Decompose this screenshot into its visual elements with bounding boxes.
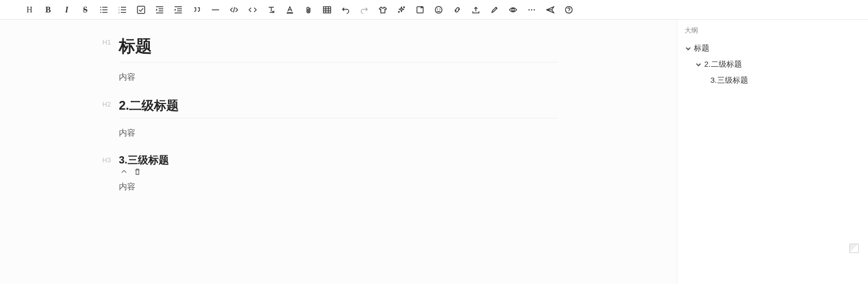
paragraph-1[interactable]: 内容	[119, 65, 558, 97]
svg-rect-12	[137, 6, 145, 13]
outdent-button[interactable]	[155, 5, 164, 14]
export-note-button[interactable]	[415, 5, 425, 14]
indent-button[interactable]	[174, 5, 183, 14]
font-color-button[interactable]	[285, 5, 295, 14]
h1-gutter-label: H1	[102, 38, 111, 46]
clear-format-button[interactable]	[267, 5, 276, 14]
italic-button[interactable]: I	[62, 5, 71, 14]
broken-image-icon	[849, 244, 859, 253]
heading-1-text[interactable]: 标题	[119, 35, 558, 63]
emoji-button[interactable]	[434, 5, 443, 14]
heading-2-text[interactable]: 2.二级标题	[119, 97, 558, 118]
chevron-down-icon[interactable]	[695, 61, 702, 68]
svg-point-37	[440, 8, 441, 9]
attachment-button[interactable]	[304, 5, 313, 14]
strikethrough-button[interactable]: S	[81, 5, 90, 14]
svg-point-33	[398, 11, 399, 12]
trash-icon[interactable]	[133, 168, 142, 176]
outline-title: 大纲	[685, 25, 861, 40]
paragraph-2[interactable]: 内容	[119, 121, 558, 153]
outline-item-h2[interactable]: 2.二级标题	[685, 56, 861, 72]
more-button[interactable]	[527, 5, 536, 14]
chevron-down-icon[interactable]	[685, 45, 692, 52]
unordered-list-button[interactable]	[99, 5, 109, 14]
outline-item-h3[interactable]: 3.三级标题	[685, 72, 861, 88]
redo-button[interactable]	[360, 5, 369, 14]
heading-1-block[interactable]: H1 标题	[119, 35, 558, 63]
heading-3-text[interactable]: 3.三级标题	[119, 153, 558, 169]
svg-point-32	[404, 7, 405, 8]
code-inline-button[interactable]	[229, 5, 239, 14]
svg-point-41	[534, 9, 535, 10]
svg-point-0	[100, 7, 101, 8]
main-layout: H1 标题 内容 H2 2.二级标题 内容 H3 3.三级标题 内容 大纲	[0, 20, 868, 284]
outline-pane: 大纲 标题 2.二级标题 3.三级标题	[677, 20, 868, 284]
heading-3-block[interactable]: H3 3.三级标题	[119, 153, 558, 169]
ordered-list-button[interactable]: 123	[118, 5, 127, 14]
svg-text:3: 3	[118, 11, 120, 14]
editor-pane[interactable]: H1 标题 内容 H2 2.二级标题 内容 H3 3.三级标题 内容	[0, 20, 677, 284]
svg-point-2	[100, 9, 101, 10]
svg-point-39	[529, 9, 530, 10]
checklist-button[interactable]	[136, 5, 146, 14]
upload-button[interactable]	[471, 5, 481, 14]
tshirt-button[interactable]	[378, 5, 388, 14]
help-button[interactable]	[564, 5, 574, 14]
link-button[interactable]	[453, 5, 462, 14]
table-button[interactable]	[322, 5, 332, 14]
svg-point-40	[531, 9, 532, 10]
quote-button[interactable]	[192, 5, 202, 14]
paragraph-3[interactable]: 内容	[119, 169, 558, 207]
outline-item-label: 标题	[694, 43, 709, 53]
svg-rect-27	[323, 7, 331, 13]
svg-point-4	[100, 12, 101, 13]
svg-point-36	[437, 8, 438, 9]
outline-item-label: 3.三级标题	[710, 76, 748, 85]
edit-button[interactable]	[490, 5, 499, 14]
h3-gutter-label: H3	[102, 156, 111, 164]
svg-point-35	[436, 6, 442, 13]
heading-button[interactable]: H	[25, 5, 34, 14]
svg-line-22	[234, 7, 235, 12]
toolbar: H B I S 123	[0, 0, 868, 20]
outline-item-h1[interactable]: 标题	[685, 40, 861, 56]
sparkle-button[interactable]	[397, 5, 406, 14]
code-block-button[interactable]	[248, 5, 257, 14]
preview-button[interactable]	[508, 5, 518, 14]
h2-gutter-label: H2	[102, 100, 111, 108]
divider-button[interactable]	[211, 5, 220, 14]
bold-button[interactable]: B	[43, 5, 53, 14]
block-float-tools	[120, 168, 142, 176]
document: H1 标题 内容 H2 2.二级标题 内容 H3 3.三级标题 内容	[119, 35, 558, 284]
outline-item-label: 2.二级标题	[704, 59, 742, 69]
heading-2-block[interactable]: H2 2.二级标题	[119, 97, 558, 118]
collapse-up-icon[interactable]	[120, 168, 128, 176]
send-button[interactable]	[546, 5, 555, 14]
svg-point-38	[512, 8, 515, 11]
svg-point-43	[568, 11, 569, 12]
undo-button[interactable]	[341, 5, 350, 14]
